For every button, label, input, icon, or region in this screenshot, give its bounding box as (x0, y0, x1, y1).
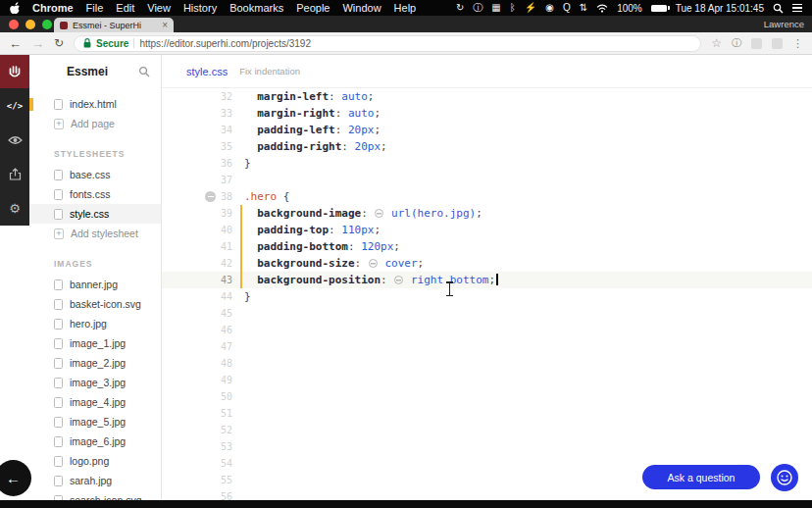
browser-profile-name[interactable]: Lawrence (764, 19, 804, 29)
fix-indentation-button[interactable]: Fix indentation (239, 66, 300, 76)
code-line[interactable]: 32 margin-left: auto; (162, 88, 812, 105)
menu-item-people[interactable]: People (296, 2, 330, 14)
code-line[interactable]: 43 background-position: right bottom; (162, 272, 812, 288)
address-bar[interactable]: Secure https://editor.superhi.com/projec… (74, 35, 701, 52)
menu-item-window[interactable]: Window (342, 2, 381, 14)
editor-file-tab[interactable]: style.css (186, 66, 228, 77)
menu-item-chrome[interactable]: Chrome (32, 2, 74, 14)
sidebar-item-index.html[interactable]: index.html (29, 94, 161, 114)
project-header: Essmei (29, 55, 161, 88)
code-line[interactable]: 35 padding-right: 20px; (162, 138, 812, 155)
sidebar-item-image_2.jpg[interactable]: image_2.jpg (29, 353, 161, 373)
sidebar-item-image_4.jpg[interactable]: image_4.jpg (29, 392, 161, 412)
add-page-button[interactable]: + Add page (29, 114, 161, 133)
apple-icon[interactable] (10, 2, 20, 14)
back-arrow-icon: ← (6, 470, 21, 486)
sidebar-item-logo.png[interactable]: logo.png (29, 451, 161, 471)
value-adjust-icon[interactable] (369, 259, 378, 268)
collapse-icon[interactable] (205, 191, 216, 202)
sidebar-item-hero.jpg[interactable]: hero.jpg (29, 314, 161, 333)
sync-icon[interactable]: ↻ (456, 0, 464, 16)
sidebar-item-image_6.jpg[interactable]: image_6.jpg (29, 432, 161, 451)
superhi-logo[interactable] (0, 55, 29, 88)
code-line[interactable]: 52 (162, 422, 812, 438)
display-icon[interactable]: ▦ (491, 0, 500, 16)
menu-item-bookmarks[interactable]: Bookmarks (229, 2, 283, 14)
sidebar-item-style.css[interactable]: style.css (29, 204, 161, 224)
sidebar-item-sarah.jpg[interactable]: sarah.jpg (29, 471, 161, 490)
volume-icon[interactable]: ◉ (545, 0, 554, 16)
code-line[interactable]: 36} (162, 155, 812, 172)
power-icon[interactable]: ⚡ (525, 0, 536, 16)
info-icon[interactable]: ⓘ (473, 0, 482, 16)
value-adjust-icon[interactable] (375, 209, 383, 218)
notification-center-icon[interactable] (792, 4, 802, 12)
menu-item-file[interactable]: File (86, 2, 104, 14)
zoom-window-button[interactable] (42, 20, 52, 29)
code-line[interactable]: 48 (162, 355, 812, 372)
extension-icon[interactable] (751, 38, 762, 49)
settings-button[interactable]: ⚙ (0, 191, 29, 226)
sidebar-item-basket-icon.svg[interactable]: basket-icon.svg (29, 294, 161, 314)
code-line[interactable]: 38.hero { (162, 188, 812, 205)
ask-question-button[interactable]: Ask a question (642, 465, 760, 489)
code-area[interactable]: 32 margin-left: auto;33 margin-right: au… (162, 88, 812, 508)
code-line[interactable]: 37 (162, 172, 812, 188)
code-line[interactable]: 44} (162, 288, 812, 305)
add-stylesheet-button[interactable]: + Add stylesheet (29, 224, 161, 243)
main-area: </> ⚙ Essmei index.html + Add page STYLE… (0, 55, 812, 508)
code-line[interactable]: 49 (162, 372, 812, 388)
code-line[interactable]: 34 padding-left: 20px; (162, 122, 812, 138)
bookmark-star-icon[interactable]: ☆ (711, 36, 722, 50)
search-icon[interactable] (138, 66, 150, 77)
code-line[interactable]: 47 (162, 338, 812, 355)
menu-item-view[interactable]: View (147, 2, 171, 14)
code-panel-button[interactable]: </> (0, 88, 29, 123)
spotlight-icon[interactable] (773, 3, 784, 14)
minimize-window-button[interactable] (25, 20, 35, 29)
preview-panel-button[interactable] (0, 123, 29, 157)
share-panel-button[interactable] (0, 157, 29, 191)
code-line[interactable]: 42 background-size: cover; (162, 255, 812, 272)
forward-button[interactable]: → (31, 37, 44, 50)
sidebar-item-banner.jpg[interactable]: banner.jpg (29, 275, 161, 294)
code-line[interactable]: 41 padding-bottom: 120px; (162, 238, 812, 255)
code-line[interactable]: 40 padding-top: 110px; (162, 222, 812, 238)
chat-smiley-button[interactable] (771, 464, 798, 491)
menu-item-history[interactable]: History (183, 2, 217, 14)
back-button[interactable]: ← (9, 37, 22, 50)
reload-button[interactable]: ↻ (54, 37, 64, 50)
line-number: 48 (162, 355, 232, 372)
code-line[interactable]: 51 (162, 405, 812, 422)
file-label: image_6.jpg (70, 435, 126, 447)
extension-info-icon[interactable]: ⓘ (732, 36, 741, 50)
line-number: 47 (162, 338, 232, 355)
code-line[interactable]: 33 margin-right: auto; (162, 105, 812, 122)
menubar-clock[interactable]: Tue 18 Apr 15:01:45 (676, 3, 764, 14)
wifi-icon[interactable] (596, 4, 608, 13)
sidebar-item-base.css[interactable]: base.css (29, 165, 161, 184)
browser-menu-icon[interactable]: ⋮ (792, 37, 803, 50)
code-line[interactable]: 46 (162, 322, 812, 338)
battery-percent: 100% (617, 3, 642, 14)
updown-icon[interactable]: ⇅ (580, 0, 587, 16)
sidebar-item-image_1.jpg[interactable]: image_1.jpg (29, 333, 161, 353)
extension-icon[interactable] (772, 38, 783, 49)
tab-close-icon[interactable]: × (162, 21, 168, 30)
menu-item-edit[interactable]: Edit (116, 2, 134, 14)
close-window-button[interactable] (9, 20, 19, 29)
code-line[interactable]: 45 (162, 305, 812, 322)
file-label: style.css (70, 208, 109, 220)
code-line[interactable]: 39 background-image: url(hero.jpg); (162, 205, 812, 222)
sidebar-item-fonts.css[interactable]: fonts.css (29, 184, 161, 204)
code-line[interactable]: 50 (162, 388, 812, 405)
value-adjust-icon[interactable] (394, 276, 403, 284)
sidebar-item-image_5.jpg[interactable]: image_5.jpg (29, 412, 161, 432)
bluetooth-icon[interactable]: ᛒ (510, 0, 516, 16)
code-line[interactable]: 53 (162, 438, 812, 455)
menu-item-help[interactable]: Help (394, 2, 417, 14)
browser-tab[interactable]: Essmei - SuperHi × (54, 18, 174, 32)
q-app-icon[interactable]: Q (563, 0, 571, 16)
sidebar-item-image_3.jpg[interactable]: image_3.jpg (29, 373, 161, 392)
battery-icon[interactable] (651, 5, 667, 12)
